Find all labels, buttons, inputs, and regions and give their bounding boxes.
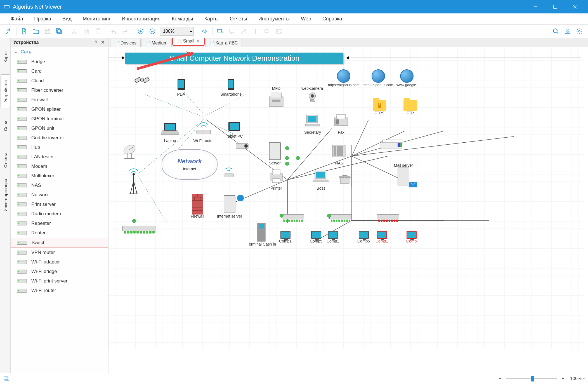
menu-tools[interactable]: Инструменты: [253, 16, 295, 22]
node-nas[interactable]: NAS: [328, 142, 350, 165]
zoom-plus-button[interactable]: +: [559, 375, 567, 383]
node-terminal[interactable]: Terminal Cash in: [247, 223, 276, 246]
zoom-in-button[interactable]: [135, 26, 146, 37]
device-item[interactable]: Repeater: [11, 219, 108, 228]
device-item[interactable]: Radio modem: [11, 209, 108, 219]
pin-icon[interactable]: [93, 40, 99, 45]
node-printer[interactable]: Printer: [265, 167, 287, 190]
vtab-inventory[interactable]: Инвентаризация: [1, 178, 10, 212]
menu-edit[interactable]: Правка: [29, 16, 57, 22]
node-server[interactable]: Server: [264, 142, 286, 165]
node-ftp[interactable]: FTP: [403, 100, 417, 115]
menu-commands[interactable]: Команды: [166, 16, 199, 22]
zoom-slider[interactable]: [506, 378, 557, 379]
node-wifi-ap[interactable]: [220, 166, 237, 180]
zoom-minus-button[interactable]: −: [496, 375, 504, 383]
close-panel-icon[interactable]: ✕: [100, 40, 105, 45]
device-item[interactable]: LAN tester: [11, 152, 108, 162]
node-mail-server[interactable]: Mail server: [392, 163, 415, 186]
search-button[interactable]: [551, 26, 561, 37]
device-item[interactable]: Network: [11, 190, 108, 200]
node-wifi-router[interactable]: Wi-Fi router: [192, 120, 215, 143]
node-plotter[interactable]: [380, 136, 402, 155]
maximize-button[interactable]: [546, 0, 565, 13]
device-item[interactable]: Wi-Fi adapter: [11, 257, 108, 267]
menu-web[interactable]: Web: [295, 16, 317, 22]
maptab-medium[interactable]: 📄Medium: [141, 39, 172, 47]
node-comp1-c[interactable]: Comp1: [376, 231, 388, 243]
node-comp5-a[interactable]: Comp5: [310, 231, 322, 243]
zoom-out-button[interactable]: [147, 26, 158, 37]
node-pda[interactable]: PDA: [173, 78, 190, 96]
network-canvas[interactable]: Small Computer Network Demonstration: [108, 47, 584, 349]
cut-button[interactable]: [69, 26, 80, 37]
paste-button[interactable]: [93, 26, 103, 37]
menu-inventory[interactable]: Инвентаризация: [116, 16, 166, 22]
device-item[interactable]: Print server: [11, 200, 108, 209]
device-item[interactable]: Firewall: [11, 95, 108, 105]
wizard-button[interactable]: [3, 26, 14, 37]
node-boss[interactable]: Boss: [310, 167, 332, 190]
maptab-small[interactable]: 📄Small✕: [172, 38, 205, 46]
node-tablet[interactable]: Tablet PC: [226, 120, 243, 138]
vtab-reports[interactable]: Отчеты: [1, 144, 10, 177]
device-item[interactable]: Multiplexer: [11, 171, 108, 181]
vtab-maps[interactable]: Карты: [1, 40, 10, 73]
node-antenna[interactable]: [122, 173, 145, 192]
add-image-button[interactable]: [273, 26, 284, 37]
maptab-lvs[interactable]: 📄Карта ЛВС: [205, 39, 242, 47]
node-secretary[interactable]: Secretary: [301, 111, 324, 135]
minimize-button[interactable]: [526, 0, 546, 13]
node-http[interactable]: http://algorius.com: [363, 69, 393, 87]
device-item[interactable]: Fiber converter: [11, 86, 108, 95]
device-item[interactable]: Switch: [11, 238, 108, 248]
zoom-dropdown-icon[interactable]: ▾: [583, 377, 585, 380]
maptab-devices[interactable]: 📄Devices: [110, 39, 141, 47]
node-https[interactable]: https://algorius.com: [328, 69, 360, 87]
device-item[interactable]: Router: [11, 228, 108, 238]
redo-button[interactable]: [120, 26, 131, 37]
device-item[interactable]: Grid-tie inverter: [11, 133, 108, 143]
node-satellite[interactable]: [131, 71, 153, 89]
menu-monitoring[interactable]: Мониторинг: [77, 16, 116, 22]
node-switch-2[interactable]: [329, 214, 352, 219]
device-item[interactable]: Cloud: [11, 76, 108, 86]
node-comp1-b[interactable]: Comp1: [327, 231, 339, 243]
node-comp5-b[interactable]: Comp5: [357, 231, 370, 243]
node-network-cloud[interactable]: Network Internet: [162, 149, 218, 180]
device-item[interactable]: Wi-Fi router: [11, 286, 108, 295]
settings-button[interactable]: [574, 26, 585, 37]
node-comp1-a[interactable]: Comp1: [279, 231, 292, 243]
node-firewall[interactable]: Firewall: [186, 195, 209, 218]
device-item[interactable]: GPON unit: [11, 124, 108, 133]
device-item[interactable]: VPN router: [11, 248, 108, 257]
node-switch-left[interactable]: [122, 226, 156, 231]
node-comp-d[interactable]: Comp: [406, 231, 417, 243]
announce-button[interactable]: [199, 26, 210, 37]
category-network[interactable]: ⌄ Сеть: [11, 47, 108, 57]
node-switch-1[interactable]: [282, 214, 304, 219]
device-item[interactable]: GPON terminal: [11, 114, 108, 124]
screenshot-button[interactable]: [562, 26, 573, 37]
node-dish[interactable]: [120, 142, 142, 161]
node-internet-server[interactable]: Internet server: [217, 195, 242, 218]
node-google[interactable]: www.google.: [396, 69, 417, 87]
device-item[interactable]: GPON splitter: [11, 105, 108, 114]
add-text-button[interactable]: [250, 26, 261, 37]
node-switch-3[interactable]: [377, 214, 399, 219]
close-tab-icon[interactable]: ✕: [197, 39, 200, 43]
vtab-devices[interactable]: Устройства: [1, 74, 10, 108]
save-button[interactable]: [42, 26, 53, 37]
node-phone[interactable]: [336, 173, 353, 187]
save-all-button[interactable]: [54, 26, 65, 37]
canvas-viewport[interactable]: Small Computer Network Demonstration: [108, 47, 588, 373]
menu-maps[interactable]: Карты: [199, 16, 224, 22]
add-line-button[interactable]: [238, 26, 249, 37]
menu-help[interactable]: Справка: [317, 16, 348, 22]
open-button[interactable]: [30, 26, 41, 37]
device-item[interactable]: Wi-Fi bridge: [11, 267, 108, 276]
menu-file[interactable]: Файл: [5, 16, 29, 22]
new-button[interactable]: [19, 26, 29, 37]
node-fax[interactable]: Fax: [330, 111, 352, 135]
device-item[interactable]: Modem: [11, 162, 108, 171]
